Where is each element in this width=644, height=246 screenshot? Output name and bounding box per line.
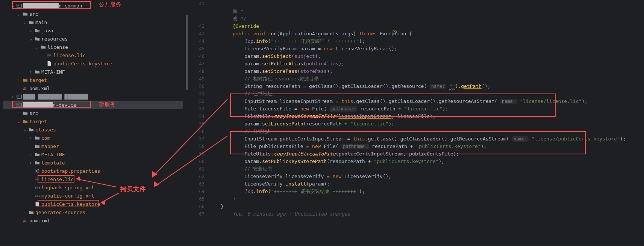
folder-blue-icon (34, 28, 41, 33)
tree-item-license[interactable]: ⌄license (0, 43, 186, 51)
tree-item-bootstrap-properties[interactable]: ·bootstrap.properties (0, 167, 186, 175)
code-line[interactable]: File publicCertsFile = new File( pathnam… (209, 143, 644, 150)
code-line[interactable]: param.setLicensePath(resourcePath + "lic… (209, 120, 644, 128)
chevron-down-icon[interactable]: ⌄ (10, 103, 16, 107)
gutter-line: 51 (188, 90, 205, 98)
code-line[interactable]: // 相对路径resources资源目录 (209, 75, 644, 83)
chevron-right-icon[interactable]: › (28, 136, 34, 140)
chevron-right-icon[interactable]: › (16, 78, 22, 82)
code-line[interactable]: } (209, 203, 644, 210)
code-line[interactable]: 新 * (209, 8, 644, 15)
chevron-right-icon[interactable]: › (16, 111, 22, 115)
folder-teal-icon (34, 36, 41, 41)
code-line[interactable]: // 公钥地址 (209, 128, 644, 135)
tree-item-publiccerts-keystore[interactable]: ·publicCerts.keystore (0, 200, 186, 208)
tree-item-classes[interactable]: ⌄classes (0, 125, 186, 134)
chevron-right-icon[interactable]: › (28, 144, 34, 148)
editor-code[interactable]: 新 * 改 */ @Override public void run(Appli… (209, 0, 644, 246)
chevron-right-icon[interactable]: › (22, 210, 28, 214)
tree-item-label: META-INF (41, 152, 65, 157)
tree-item--[interactable]: ›████ ████████ ████████ (0, 92, 186, 101)
gutter-line: 50 (188, 83, 205, 90)
svg-rect-6 (47, 56, 50, 56)
code-line[interactable]: param.setStorePass(storePass); (209, 68, 644, 75)
code-line[interactable]: } (209, 195, 644, 203)
gutter-line: 58 (188, 143, 205, 150)
chevron-none: · (40, 62, 46, 66)
tree-item-target[interactable]: ›target (0, 76, 186, 84)
code-line[interactable]: String resourcePath = getClass().getClas… (209, 83, 644, 90)
code-line[interactable]: InputStream licenseInputStream = this.ge… (209, 98, 644, 105)
tree-item--n-common[interactable]: ⌄████████████n-common (0, 2, 186, 10)
chevron-down-icon[interactable]: ⌄ (10, 4, 16, 8)
chevron-down-icon[interactable]: ⌄ (34, 45, 40, 49)
code-line[interactable] (209, 0, 644, 8)
svg-rect-14 (35, 180, 38, 180)
tree-item-label: pom.xml (29, 86, 50, 91)
tree-item-label: logback-spring.xml (41, 185, 94, 190)
tree-item--n-device[interactable]: ⌄██████████n-device (3, 101, 183, 109)
tree-item-target[interactable]: ⌄target (0, 117, 186, 125)
chevron-right-icon[interactable]: › (28, 29, 34, 33)
chevron-down-icon[interactable]: ⌄ (16, 119, 22, 124)
tree-item-meta-inf[interactable]: ›META-INF (0, 68, 186, 76)
tree-item-logback-spring-xml[interactable]: ·</>logback-spring.xml (0, 183, 186, 192)
code-line[interactable]: log.info("++++++++ 证书安装结束 ++++++++"); (209, 188, 644, 195)
tree-item-template[interactable]: ›template (0, 158, 186, 167)
tree-item-mapper[interactable]: ›mapper (0, 142, 186, 150)
tree-item-publiccerts-keystore[interactable]: ·publicCerts.keystore (0, 59, 186, 68)
chevron-down-icon[interactable]: ⌄ (28, 37, 34, 41)
code-line[interactable]: licenseVerify.install(param); (209, 180, 644, 188)
code-line[interactable]: FileUtils.copyInputStreamToFile(licenseI… (209, 113, 644, 120)
code-line[interactable]: File licenseFile = new File( pathname: r… (209, 105, 644, 113)
chevron-right-icon[interactable]: › (28, 161, 34, 165)
tree-item-resources[interactable]: ⌄resources (0, 35, 186, 43)
tree-item-pom-xml[interactable]: ·mpom.xml (0, 216, 186, 225)
editor-pane[interactable]: 4142434445464748495051525354555657585960… (188, 0, 644, 246)
module-icon (16, 3, 23, 8)
code-line[interactable]: You, 6 minutes ago · Uncommitted changes (209, 210, 644, 218)
tree-item-com[interactable]: ›com (0, 134, 186, 142)
tree-item-label: ██████████n-device (23, 102, 76, 108)
code-line[interactable]: // 安装证书 (209, 165, 644, 173)
chevron-down-icon[interactable]: ⌄ (22, 20, 28, 24)
tree-item-label: ████████████n-common (23, 3, 82, 9)
gutter-line: 42 (188, 23, 205, 30)
chevron-down-icon[interactable]: ⌄ (22, 128, 28, 132)
tree-item-label: pom.xml (29, 218, 50, 223)
code-line[interactable]: // 证书地址 (209, 90, 644, 98)
tree-item-src[interactable]: ⌄src (0, 10, 186, 18)
code-line[interactable]: public void run(ApplicationArguments arg… (209, 30, 644, 38)
code-line[interactable]: 改 */ (209, 15, 644, 23)
chevron-right-icon[interactable]: › (28, 70, 34, 74)
tree-item-pom-xml[interactable]: ·mpom.xml (0, 84, 186, 92)
code-line[interactable]: InputStream publicCertsInputStream = thi… (209, 135, 644, 143)
chevron-right-icon[interactable]: › (10, 95, 16, 99)
code-line[interactable]: LicenseVerify licenseVerify = new Licens… (209, 173, 644, 180)
tree-item-src[interactable]: ›src (0, 109, 186, 117)
code-line[interactable]: @Override (209, 23, 644, 30)
code-line[interactable]: param.setPublicAlias(publicAlias); (209, 60, 644, 68)
code-line[interactable]: param.setPublicKeysStorePath(resourcePat… (209, 158, 644, 165)
tree-item-meta-inf[interactable]: ›META-INF (0, 150, 186, 158)
tree-item-generated-sources[interactable]: ›generated-sources (0, 208, 186, 216)
file-icon (46, 61, 53, 66)
project-tree[interactable]: ⌄████████████n-common⌄src⌄main›java⌄reso… (0, 0, 188, 246)
folder-icon (28, 127, 35, 132)
chevron-down-icon[interactable]: ⌄ (16, 12, 22, 16)
tree-item-mybatis-config-xml[interactable]: ·</>mybatis-config.xml (0, 192, 186, 200)
code-line[interactable]: LicenseVerifyParam param = new LicenseVe… (209, 45, 644, 53)
code-line[interactable]: FileUtils.copyInputStreamToFile(publicCe… (209, 150, 644, 158)
folder-icon (34, 160, 41, 165)
folder-icon (28, 20, 35, 25)
chevron-none: · (28, 202, 34, 206)
tree-item-license-lic[interactable]: ·license.lic (0, 175, 186, 183)
tree-item-license-lic[interactable]: ·license.lic (0, 51, 186, 59)
code-line[interactable]: log.info("++++++++ 开始安装证书 ++++++++"); (209, 38, 644, 45)
tree-item-main[interactable]: ⌄main (0, 18, 186, 26)
override-gutter-icon[interactable] (392, 30, 398, 35)
tree-item-java[interactable]: ›java (0, 26, 186, 35)
chevron-right-icon[interactable]: › (28, 152, 34, 157)
code-line[interactable]: param.setSubject(subject); (209, 53, 644, 60)
chevron-none: · (28, 186, 34, 190)
